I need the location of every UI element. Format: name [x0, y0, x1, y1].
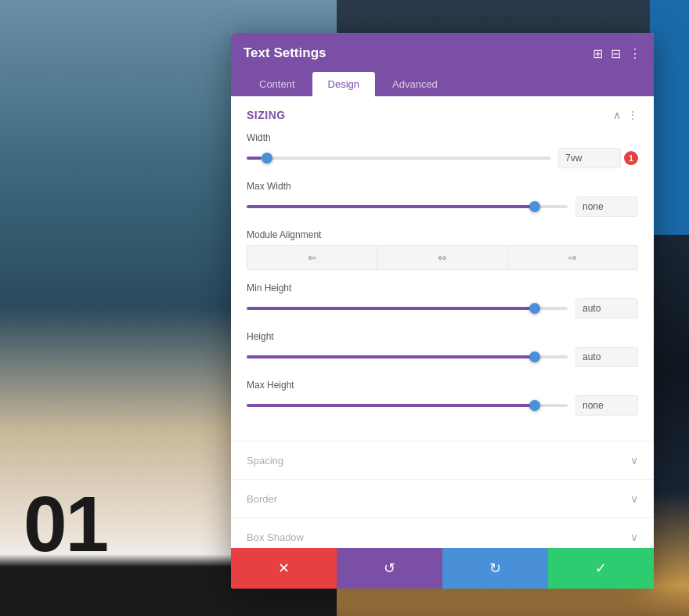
height-track	[247, 355, 568, 358]
height-fill	[247, 355, 536, 358]
bg-blue-stripe	[650, 0, 689, 235]
tab-bar: Content Design Advanced	[243, 72, 641, 96]
width-field: Width 7vw 1	[247, 132, 638, 168]
sizing-section-header: Sizing ∧ ⋮	[247, 109, 638, 121]
max-width-field: Max Width none	[247, 181, 638, 217]
box-shadow-expand-icon: ∨	[630, 531, 638, 543]
panel-header: Text Settings ⊞ ⊟ ⋮ Content Design Advan…	[231, 33, 654, 96]
module-alignment-field: Module Alignment ⇐ ⇔ ⇒	[247, 229, 638, 270]
width-input[interactable]: 7vw	[558, 148, 621, 168]
min-height-controls: auto	[247, 298, 638, 319]
align-center-button[interactable]: ⇔	[377, 245, 507, 270]
max-height-label: Max Height	[247, 380, 638, 391]
panel-title: Text Settings	[243, 45, 326, 61]
panel-title-row: Text Settings ⊞ ⊟ ⋮	[243, 45, 641, 61]
panel-body: Sizing ∧ ⋮ Width 7vw	[231, 96, 654, 548]
max-width-input[interactable]: none	[575, 196, 638, 217]
collapse-icon[interactable]: ∧	[613, 109, 621, 121]
max-height-slider[interactable]	[247, 398, 568, 413]
tab-design[interactable]: Design	[312, 72, 375, 96]
max-height-field: Max Height none	[247, 380, 638, 416]
align-right-button[interactable]: ⇒	[508, 245, 638, 270]
spacing-expand-icon: ∨	[630, 454, 638, 467]
height-controls: auto	[247, 347, 638, 367]
sizing-more-icon[interactable]: ⋮	[627, 109, 638, 121]
max-height-track	[247, 404, 568, 407]
width-input-wrapper: 7vw 1	[558, 148, 638, 168]
cancel-button[interactable]: ✕	[231, 548, 337, 589]
redo-button[interactable]: ↻	[442, 548, 548, 589]
max-height-input[interactable]: none	[575, 395, 638, 416]
width-controls: 7vw 1	[247, 148, 638, 168]
panel-header-icons: ⊞ ⊟ ⋮	[593, 46, 641, 61]
height-slider[interactable]	[247, 349, 568, 365]
max-width-slider[interactable]	[247, 199, 568, 214]
min-height-track	[247, 307, 568, 310]
max-width-track	[247, 205, 568, 208]
height-input[interactable]: auto	[575, 347, 638, 367]
sizing-header-icons: ∧ ⋮	[613, 109, 638, 121]
min-height-field: Min Height auto	[247, 283, 638, 319]
min-height-thumb[interactable]	[529, 303, 540, 314]
width-slider[interactable]	[247, 150, 550, 166]
width-fill	[247, 157, 262, 160]
text-settings-panel: Text Settings ⊞ ⊟ ⋮ Content Design Advan…	[231, 33, 654, 589]
max-width-thumb[interactable]	[529, 201, 540, 212]
counter-number: 01	[23, 479, 107, 569]
sizing-section-title: Sizing	[247, 109, 286, 121]
border-expand-icon: ∨	[630, 492, 638, 505]
border-title: Border	[247, 493, 277, 505]
max-width-label: Max Width	[247, 181, 638, 192]
height-label: Height	[247, 331, 638, 342]
tab-content[interactable]: Content	[243, 72, 311, 96]
more-options-icon[interactable]: ⋮	[629, 46, 641, 61]
spacing-title: Spacing	[247, 455, 283, 467]
module-alignment-label: Module Alignment	[247, 229, 638, 240]
border-section[interactable]: Border ∨	[231, 479, 654, 517]
min-height-fill	[247, 307, 536, 310]
width-thumb[interactable]	[262, 153, 272, 164]
panel-footer: ✕ ↺ ↻ ✓	[231, 548, 654, 589]
max-height-controls: none	[247, 395, 638, 416]
height-field: Height auto	[247, 331, 638, 367]
fullscreen-icon[interactable]: ⊞	[593, 46, 603, 61]
height-thumb[interactable]	[529, 351, 540, 362]
align-left-button[interactable]: ⇐	[247, 245, 377, 270]
save-button[interactable]: ✓	[548, 548, 654, 589]
max-width-controls: none	[247, 196, 638, 217]
box-shadow-section[interactable]: Box Shadow ∨	[231, 517, 654, 548]
max-height-fill	[247, 404, 536, 407]
box-shadow-title: Box Shadow	[247, 531, 304, 543]
max-height-thumb[interactable]	[529, 400, 540, 411]
spacing-section[interactable]: Spacing ∨	[231, 441, 654, 479]
width-badge: 1	[624, 151, 638, 165]
width-track	[247, 157, 550, 160]
alignment-buttons: ⇐ ⇔ ⇒	[247, 245, 638, 270]
min-height-input[interactable]: auto	[575, 298, 638, 319]
max-width-fill	[247, 205, 536, 208]
sizing-section: Sizing ∧ ⋮ Width 7vw	[231, 96, 654, 441]
min-height-slider[interactable]	[247, 301, 568, 316]
width-label: Width	[247, 132, 638, 143]
undo-button[interactable]: ↺	[337, 548, 442, 589]
min-height-label: Min Height	[247, 283, 638, 294]
grid-icon[interactable]: ⊟	[611, 46, 621, 61]
tab-advanced[interactable]: Advanced	[377, 72, 453, 96]
